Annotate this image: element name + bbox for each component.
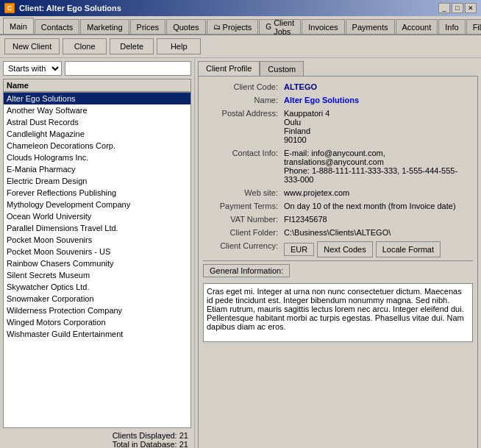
- tab-projects[interactable]: 🗂 Projects: [207, 19, 259, 34]
- tab-quotes[interactable]: Quotes: [166, 19, 205, 34]
- website-value: www.projetex.com: [284, 187, 473, 197]
- tab-prices[interactable]: Prices: [130, 19, 166, 34]
- tab-custom[interactable]: Custom: [260, 61, 304, 76]
- client-folder-value: C:\Business\Clients\ALTEGO\: [284, 227, 473, 237]
- client-list-header: Name: [3, 79, 191, 92]
- name-row: Name: Alter Ego Solutions: [203, 94, 473, 104]
- main-layout: Starts with Contains Ends with Name Alte…: [0, 58, 481, 448]
- tab-payments[interactable]: Payments: [346, 19, 395, 34]
- contact-line-2: Phone: 1-888-111-111-333-333, 1-555-444-…: [284, 166, 473, 184]
- postal-line-4: 90100: [284, 135, 473, 144]
- tab-account[interactable]: Account: [396, 19, 438, 34]
- list-item[interactable]: Winged Motors Corporation: [4, 316, 190, 328]
- client-code-row: Client Code: ALTEGO: [203, 81, 473, 91]
- payment-terms-value: On day 10 of the next month (from Invoic…: [284, 200, 473, 210]
- list-item[interactable]: Astral Dust Records: [4, 116, 190, 128]
- postal-address-value: Kauppatori 4 Oulu Finland 90100: [284, 107, 473, 144]
- currency-label: Client Currency:: [203, 240, 284, 250]
- tab-marketing[interactable]: Marketing: [80, 19, 129, 34]
- separator: [203, 260, 473, 261]
- payment-terms-row: Payment Terms: On day 10 of the next mon…: [203, 200, 473, 210]
- clients-displayed-value: 21: [179, 431, 188, 440]
- payment-terms-label: Payment Terms:: [203, 200, 284, 210]
- list-item[interactable]: Ocean World University: [4, 210, 190, 222]
- new-client-button[interactable]: New Client: [4, 38, 60, 54]
- list-item[interactable]: Mythology Development Company: [4, 199, 190, 210]
- toolbar: New Client Clone Delete Help: [0, 35, 481, 58]
- list-item[interactable]: Parallel Dimensions Travel Ltd.: [4, 222, 190, 234]
- list-item[interactable]: Skywatcher Optics Ltd.: [4, 281, 190, 293]
- list-item[interactable]: Pocket Moon Souvenirs: [4, 234, 190, 246]
- general-info-text: Cras eget mi. Integer at urna non nunc c…: [203, 283, 473, 342]
- general-info-header-row: General Information:: [203, 264, 473, 280]
- general-info-header: General Information:: [203, 264, 290, 277]
- sub-tab-bar: Client Profile Custom: [198, 61, 478, 76]
- tab-contacts[interactable]: Contacts: [35, 19, 79, 34]
- clone-button[interactable]: Clone: [63, 38, 107, 54]
- list-item[interactable]: Clouds Holograms Inc.: [4, 152, 190, 163]
- delete-button[interactable]: Delete: [110, 38, 154, 54]
- help-button[interactable]: Help: [157, 38, 201, 54]
- close-button[interactable]: ✕: [465, 3, 477, 13]
- postal-address-row: Postal Address: Kauppatori 4 Oulu Finlan…: [203, 107, 473, 144]
- list-item[interactable]: Another Way Software: [4, 104, 190, 116]
- currency-value: EUR: [284, 243, 314, 256]
- next-codes-button[interactable]: Next Codes: [317, 241, 372, 257]
- client-jobs-icon: G: [266, 23, 271, 31]
- list-item[interactable]: Alter Ego Solutions: [4, 93, 190, 104]
- tab-client-jobs[interactable]: G Client Jobs: [259, 19, 301, 34]
- client-folder-row: Client Folder: C:\Business\Clients\ALTEG…: [203, 227, 473, 237]
- list-item[interactable]: Pocket Moon Souvenirs - US: [4, 246, 190, 257]
- maximize-button[interactable]: □: [452, 3, 463, 13]
- list-item[interactable]: Forever Reflections Publishing: [4, 187, 190, 199]
- vat-label: VAT Number:: [203, 213, 284, 224]
- currency-controls: EUR Next Codes Locale Format: [284, 240, 473, 257]
- minimize-button[interactable]: _: [438, 3, 450, 13]
- right-panel: Client Profile Custom Client Code: ALTEG…: [195, 58, 481, 448]
- filter-select[interactable]: Starts with Contains Ends with: [3, 61, 62, 76]
- tab-files[interactable]: Files: [466, 19, 481, 34]
- list-item[interactable]: Candlelight Magazine: [4, 128, 190, 140]
- postal-line-3: Finland: [284, 127, 473, 135]
- total-label: Total in Database:: [113, 440, 177, 448]
- list-item[interactable]: E-Mania Pharmacy: [4, 163, 190, 175]
- total-in-database: Total in Database: 21: [3, 440, 188, 448]
- list-item[interactable]: Rainbow Chasers Community: [4, 257, 190, 269]
- list-item[interactable]: Wilderness Protection Company: [4, 305, 190, 316]
- postal-line-1: Kauppatori 4: [284, 109, 473, 118]
- title-bar: C Client: Alter Ego Solutions _ □ ✕: [0, 0, 481, 16]
- list-item[interactable]: Silent Secrets Museum: [4, 269, 190, 281]
- vat-row: VAT Number: FI12345678: [203, 213, 473, 224]
- tab-info[interactable]: Info: [438, 19, 465, 34]
- contact-line-1: E-mail: info@anycount.com, translations@…: [284, 149, 473, 166]
- client-folder-label: Client Folder:: [203, 227, 284, 237]
- currency-row: Client Currency: EUR Next Codes Locale F…: [203, 240, 473, 257]
- contact-info-value: E-mail: info@anycount.com, translations@…: [284, 147, 473, 184]
- projects-icon: 🗂: [213, 23, 221, 31]
- locale-format-button[interactable]: Locale Format: [376, 241, 441, 257]
- filter-row: Starts with Contains Ends with: [3, 61, 191, 76]
- title-bar-text: Client: Alter Ego Solutions: [19, 4, 434, 13]
- tab-client-profile[interactable]: Client Profile: [198, 61, 260, 76]
- tab-invoices[interactable]: Invoices: [302, 19, 344, 34]
- contact-info-label: Contact Info:: [203, 147, 284, 157]
- clients-displayed: Clients Displayed: 21: [3, 431, 188, 440]
- app-icon: C: [4, 3, 15, 13]
- postal-line-2: Oulu: [284, 118, 473, 127]
- postal-address-label: Postal Address:: [203, 107, 284, 118]
- main-tab-bar: Main Contacts Marketing Prices Quotes 🗂 …: [0, 16, 481, 35]
- client-stats: Clients Displayed: 21 Total in Database:…: [3, 431, 191, 448]
- list-item[interactable]: Snowmaker Corporation: [4, 293, 190, 305]
- total-value: 21: [179, 440, 188, 448]
- list-item[interactable]: Wishmaster Guild Entertainment: [4, 328, 190, 340]
- client-list[interactable]: Alter Ego SolutionsAnother Way SoftwareA…: [3, 92, 191, 428]
- website-row: Web site: www.projetex.com: [203, 187, 473, 197]
- list-item[interactable]: Electric Dream Design: [4, 175, 190, 187]
- filter-input[interactable]: [65, 61, 191, 76]
- website-label: Web site:: [203, 187, 284, 197]
- list-item[interactable]: Chameleon Decorations Corp.: [4, 140, 190, 152]
- client-code-value: ALTEGO: [284, 81, 473, 91]
- tab-main[interactable]: Main: [3, 18, 34, 34]
- clients-displayed-label: Clients Displayed:: [113, 431, 177, 440]
- name-label: Name:: [203, 94, 284, 104]
